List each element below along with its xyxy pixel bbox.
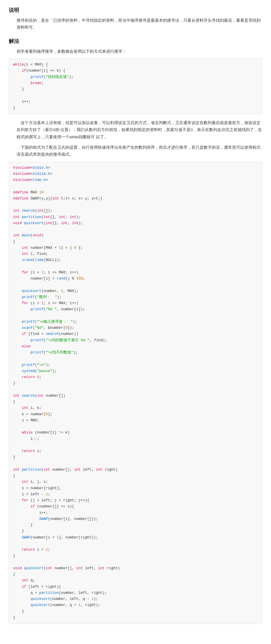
code-block-simple: while(i < MAX) { if(number[i] == k) { pr… [9,59,262,114]
code-block-main: #include<stdio.h> #include<stdlib.h> #in… [9,162,262,624]
section-shuoming: 说明 搜寻的目的，是在「已排序的资料」中寻找指定的资料，而当中循序搜寻是最基本的… [9,6,262,31]
heading-shuoming: 说明 [9,6,262,15]
desc-jiefa-2: 这个方法基本上没有错，但是可以加以改善，可以利用设定卫兵的方式，省去判断式，卫兵… [9,119,262,141]
section-jiefa: 解法 初学者看到循序搜寻，多数都会使用以下的方式来进行搜寻： while(i <… [9,37,262,624]
desc-shuoming: 搜寻的目的，是在「已排序的资料」中寻找指定的资料，而当中循序搜寻是最基本的搜寻法… [9,17,262,31]
heading-jiefa: 解法 [9,37,262,46]
desc-jiefa-3: 下面的程式为了配合卫兵的设置，自行使用快速排序法先将产生的数列排序，然后才进行搜… [9,144,262,158]
desc-jiefa-1: 初学者看到循序搜寻，多数都会使用以下的方式来进行搜寻： [9,48,262,55]
